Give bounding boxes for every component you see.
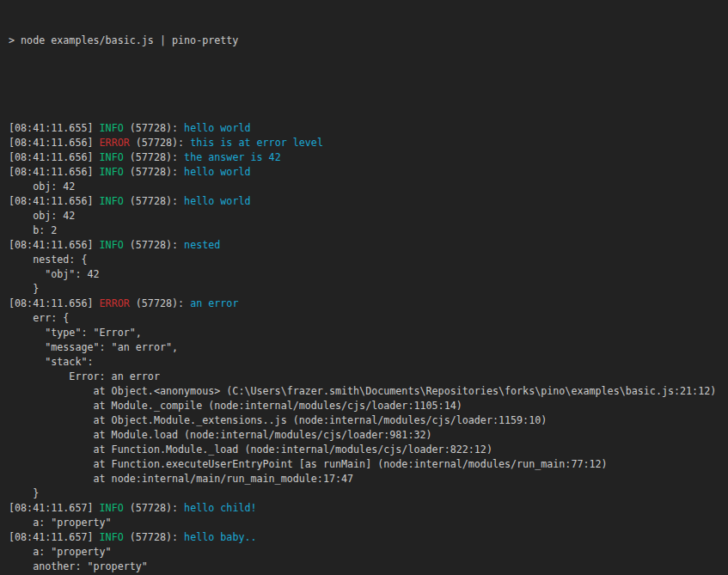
log-level: INFO	[100, 195, 124, 207]
command-line: > node examples/basic.js | pino-pretty	[9, 34, 725, 48]
log-detail-line: "message": "an error",	[9, 340, 725, 355]
log-detail-line: at Object.<anonymous> (C:\Users\frazer.s…	[9, 384, 725, 399]
log-line: [08:41:11.657] INFO (57728): hello baby.…	[9, 530, 725, 545]
log-detail-text: at Function.Module._load (node:internal/…	[9, 443, 492, 456]
log-detail-line: at Function.Module._load (node:internal/…	[9, 443, 725, 457]
log-detail-line: obj: 42	[9, 180, 725, 194]
log-detail-text: obj: 42	[9, 210, 75, 222]
log-detail-text: a: "property"	[9, 546, 112, 558]
log-detail-text: at Module._compile (node:internal/module…	[9, 400, 462, 412]
terminal-output[interactable]: > node examples/basic.js | pino-pretty […	[0, 0, 728, 575]
log-detail-line: "type": "Error",	[9, 326, 725, 340]
log-timestamp: [08:41:11.655]	[9, 122, 100, 134]
log-detail-text: at Object.<anonymous> (C:\Users\frazer.s…	[9, 385, 716, 397]
log-level: INFO	[100, 531, 124, 543]
log-detail-line: }	[9, 486, 725, 501]
log-pid: (57728):	[124, 239, 184, 251]
blank-line	[9, 77, 725, 92]
log-detail-line: obj: 42	[9, 209, 725, 223]
log-pid: (57728):	[124, 151, 184, 163]
log-pid: (57728):	[124, 166, 184, 178]
log-level: ERROR	[100, 137, 130, 149]
log-timestamp: [08:41:11.656]	[9, 297, 100, 309]
log-detail-line: a: "property"	[9, 516, 725, 530]
log-message: hello world	[184, 122, 250, 134]
log-detail-text: }	[9, 283, 39, 295]
log-detail-text: at Object.Module._extensions..js (node:i…	[9, 414, 547, 426]
log-line: [08:41:11.656] ERROR (57728): this is at…	[9, 136, 725, 150]
log-line: [08:41:11.656] INFO (57728): hello world	[9, 165, 725, 180]
log-pid: (57728):	[130, 297, 190, 309]
log-detail-text: at node:internal/main/run_main_module:17…	[9, 473, 353, 485]
log-detail-text: at Function.executeUserEntryPoint [as ru…	[9, 458, 608, 470]
log-detail-text: a: "property"	[9, 517, 112, 529]
log-detail-line: at Module.load (node:internal/modules/cj…	[9, 428, 725, 443]
log-timestamp: [08:41:11.656]	[9, 137, 100, 149]
log-detail-text: "type": "Error",	[9, 327, 142, 339]
log-message: the answer is 42	[184, 151, 281, 163]
log-pid: (57728):	[124, 122, 184, 134]
log-message: nested	[184, 239, 220, 251]
log-level: INFO	[100, 151, 124, 163]
log-message: hello child!	[184, 502, 256, 514]
log-detail-text: obj: 42	[9, 180, 75, 193]
log-detail-line: }	[9, 282, 725, 297]
log-detail-text: nested: {	[9, 254, 87, 266]
log-timestamp: [08:41:11.656]	[9, 239, 100, 251]
log-detail-line: Error: an error	[9, 370, 725, 384]
log-timestamp: [08:41:11.656]	[9, 151, 100, 163]
log-message: hello world	[184, 195, 250, 207]
log-timestamp: [08:41:11.656]	[9, 195, 100, 207]
log-line: [08:41:11.657] INFO (57728): hello child…	[9, 501, 725, 516]
log-detail-text: at Module.load (node:internal/modules/cj…	[9, 429, 432, 441]
log-level: INFO	[100, 122, 124, 134]
log-detail-line: "obj": 42	[9, 267, 725, 282]
log-detail-line: another: "property"	[9, 560, 725, 574]
log-detail-text: "obj": 42	[9, 268, 100, 280]
log-detail-text: err: {	[9, 312, 69, 324]
log-level: INFO	[100, 239, 124, 251]
log-level: INFO	[100, 502, 124, 514]
log-level: ERROR	[100, 297, 130, 309]
log-line: [08:41:11.655] INFO (57728): hello world	[9, 121, 725, 136]
log-pid: (57728):	[124, 531, 184, 543]
log-detail-line: at Object.Module._extensions..js (node:i…	[9, 413, 725, 428]
log-timestamp: [08:41:11.657]	[9, 502, 100, 514]
log-timestamp: [08:41:11.657]	[9, 531, 100, 543]
log-detail-line: b: 2	[9, 223, 725, 238]
log-level: INFO	[100, 166, 124, 178]
log-detail-text: "stack":	[9, 356, 94, 368]
terminal-window: { "terminal": { "command_line": "> node …	[0, 0, 728, 575]
log-line: [08:41:11.656] INFO (57728): nested	[9, 238, 725, 253]
log-message: this is at error level	[190, 137, 323, 149]
log-detail-line: nested: {	[9, 253, 725, 267]
log-timestamp: [08:41:11.656]	[9, 166, 100, 178]
log-detail-text: another: "property"	[9, 560, 148, 572]
log-message: hello baby..	[184, 531, 256, 543]
log-line: [08:41:11.656] INFO (57728): hello world	[9, 194, 725, 209]
log-line: [08:41:11.656] ERROR (57728): an error	[9, 297, 725, 311]
log-message: hello world	[184, 166, 250, 178]
log-detail-line: at Module._compile (node:internal/module…	[9, 399, 725, 413]
log-message: an error	[190, 297, 238, 309]
log-detail-text: b: 2	[9, 224, 57, 236]
log-detail-text: Error: an error	[9, 370, 160, 382]
log-detail-line: at node:internal/main/run_main_module:17…	[9, 472, 725, 486]
log-detail-line: err: {	[9, 311, 725, 326]
log-detail-line: "stack":	[9, 355, 725, 370]
log-pid: (57728):	[124, 502, 184, 514]
log-pid: (57728):	[130, 137, 190, 149]
log-detail-text: }	[9, 487, 39, 499]
log-detail-line: a: "property"	[9, 545, 725, 560]
log-detail-line: at Function.executeUserEntryPoint [as ru…	[9, 457, 725, 472]
log-lines-container: [08:41:11.655] INFO (57728): hello world…	[9, 121, 725, 575]
log-pid: (57728):	[124, 195, 184, 207]
log-detail-text: "message": "an error",	[9, 341, 178, 353]
log-line: [08:41:11.656] INFO (57728): the answer …	[9, 150, 725, 165]
